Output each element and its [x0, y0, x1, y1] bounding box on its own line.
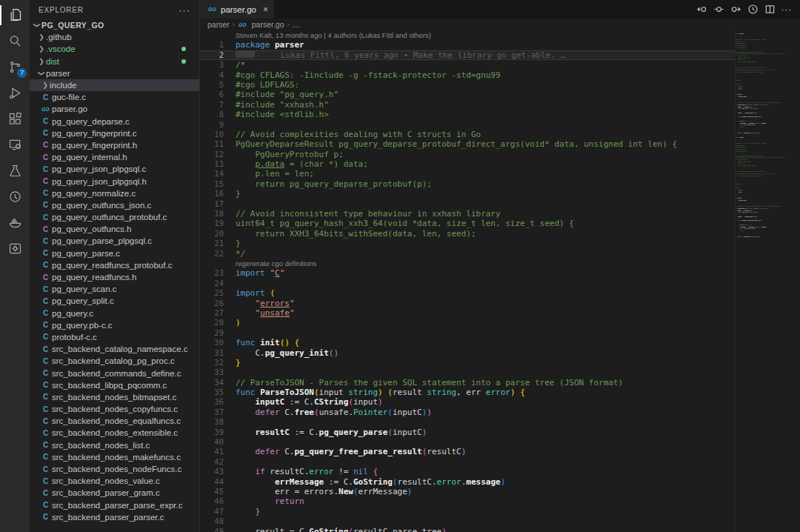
code-line-20: 20 return XXH3_64bits_withSeed(data, len… [200, 229, 735, 239]
line-number: 38 [200, 417, 236, 427]
tree-item-label: parser.go [52, 104, 87, 113]
tree-item-label: dist [46, 57, 59, 66]
tree-file-src_backend_nodes_value.c[interactable]: Csrc_backend_nodes_value.c [30, 475, 199, 487]
tree-file-pg_query_outfuncs.h[interactable]: Cpg_query_outfuncs.h [30, 223, 199, 235]
regenerate-codelens[interactable]: regenerate cgo definitions [200, 259, 735, 268]
source-control-icon[interactable]: 7 [0, 54, 30, 80]
blame-codelens[interactable]: Steven Kalt, 13 months ago | 4 authors (… [200, 30, 735, 40]
tree-file-src_backend_parser_parser.c[interactable]: Csrc_backend_parser_parser.c [30, 511, 199, 523]
tree-item-label: parser [46, 69, 70, 78]
tree-file-src_backend_parser_gram.c[interactable]: Csrc_backend_parser_gram.c [30, 487, 199, 499]
minimap[interactable]: package parser/*#cgo CFLAGS: -Iinclude -… [735, 30, 800, 532]
tree-file-pg_query_normalize.c[interactable]: Cpg_query_normalize.c [30, 187, 199, 199]
gitlens-icon[interactable] [0, 184, 30, 210]
gitlens-prev-change-icon[interactable] [696, 4, 707, 16]
tree-folder-.vscode[interactable]: ❯.vscode [30, 43, 199, 55]
docker-icon[interactable] [0, 210, 30, 236]
breadcrumb-item[interactable]: … [293, 20, 301, 29]
code-line-28: 28) [200, 318, 735, 327]
breadcrumb-item[interactable]: parser [207, 20, 230, 29]
code-area[interactable]: Steven Kalt, 13 months ago | 4 authors (… [200, 30, 735, 532]
tree-folder-.github[interactable]: ❯.github [30, 31, 199, 43]
line-number: 30 [200, 338, 236, 348]
tree-file-pg_query_parse_plpgsql.c[interactable]: Cpg_query_parse_plpgsql.c [30, 235, 199, 247]
tree-folder-include[interactable]: ❯include [30, 79, 199, 91]
split-editor-icon[interactable] [764, 4, 776, 16]
tree-file-pg_query_parse.c[interactable]: Cpg_query_parse.c [30, 247, 199, 259]
search-icon[interactable] [0, 28, 30, 54]
h-file-icon: C [41, 225, 50, 233]
tree-file-src_backend_nodes_makefuncs.c[interactable]: Csrc_backend_nodes_makefuncs.c [30, 451, 199, 463]
tree-item-label: pg_query_readfuncs.h [52, 273, 136, 282]
tree-folder-dist[interactable]: ❯dist [30, 56, 199, 67]
tree-file-pg_query_json_plpgsql.c[interactable]: Cpg_query_json_plpgsql.c [30, 163, 199, 175]
tree-file-src_backend_catalog_namespace.c[interactable]: Csrc_backend_catalog_namespace.c [30, 343, 199, 355]
line-number: 28 [200, 318, 236, 327]
tree-file-src_backend_nodes_copyfuncs.c[interactable]: Csrc_backend_nodes_copyfuncs.c [30, 403, 199, 415]
inline-blame-text: Lukas Fittl, 6 years ago • Make the libr… [281, 50, 565, 60]
tree-file-src_backend_nodes_equalfuncs.c[interactable]: Csrc_backend_nodes_equalfuncs.c [30, 415, 199, 427]
code-editor[interactable]: Steven Kalt, 13 months ago | 4 authors (… [200, 30, 800, 532]
go-file-icon: GO [41, 107, 50, 112]
tree-file-src_backend_nodes_list.c[interactable]: Csrc_backend_nodes_list.c [30, 439, 199, 451]
testing-icon[interactable] [0, 158, 30, 184]
gitlens-changes-icon[interactable] [713, 4, 724, 16]
c-file-icon: C [41, 189, 50, 197]
tree-file-src_backend_nodes_bitmapset.c[interactable]: Csrc_backend_nodes_bitmapset.c [30, 391, 199, 403]
extensions-icon[interactable] [0, 106, 30, 132]
c-file-icon: C [41, 453, 50, 461]
explorer-icon[interactable] [0, 2, 30, 28]
tree-file-protobuf-c.c[interactable]: Cprotobuf-c.c [30, 331, 199, 343]
more-actions-icon[interactable]: ··· [781, 4, 793, 16]
tree-item-label: src_backend_nodes_copyfuncs.c [52, 405, 178, 413]
tree-file-src_backend_catalog_pg_proc.c[interactable]: Csrc_backend_catalog_pg_proc.c [30, 355, 199, 367]
remote-explorer-icon[interactable] [0, 132, 30, 158]
code-line-12: 12 PgQueryProtobuf p; [200, 150, 735, 159]
line-number: 1 [200, 40, 236, 50]
code-line-44: 44 errMessage := C.GoString(resultC.erro… [200, 477, 735, 487]
gitlens-next-change-icon[interactable] [730, 4, 741, 16]
line-number: 3 [200, 60, 236, 70]
tree-folder-parser[interactable]: ❯parser [30, 67, 199, 79]
line-number: 25 [200, 288, 236, 298]
tree-file-pg_query.pb-c.c[interactable]: Cpg_query.pb-c.c [30, 319, 199, 331]
tree-file-pg_query_outfuncs_json.c[interactable]: Cpg_query_outfuncs_json.c [30, 199, 199, 211]
sidebar-more-actions-icon[interactable]: ··· [179, 4, 190, 16]
containers-icon[interactable] [0, 236, 30, 262]
tree-file-pg_query_readfuncs.h[interactable]: Cpg_query_readfuncs.h [30, 271, 199, 283]
tree-file-pg_query_outfuncs_protobuf.c[interactable]: Cpg_query_outfuncs_protobuf.c [30, 211, 199, 223]
tree-file-parser.go[interactable]: GOparser.go [30, 103, 199, 115]
tree-file-src_backend_nodes_extensible.c[interactable]: Csrc_backend_nodes_extensible.c [30, 427, 199, 439]
tab-parser-go[interactable]: GO parser.go × [200, 0, 274, 19]
line-number: 34 [200, 378, 236, 388]
tree-file-pg_query_scan.c[interactable]: Cpg_query_scan.c [30, 283, 199, 295]
tree-file-src_backend_parser_parse_expr.c[interactable]: Csrc_backend_parser_parse_expr.c [30, 499, 199, 511]
tree-file-src_backend_libpq_pqcomm.c[interactable]: Csrc_backend_libpq_pqcomm.c [30, 379, 199, 391]
code-line-39: 39 resultC := C.pg_query_parse(inputC) [200, 428, 735, 437]
tree-file-pg_query.c[interactable]: Cpg_query.c [30, 307, 199, 319]
tree-file-src_backend_commands_define.c[interactable]: Csrc_backend_commands_define.c [30, 367, 199, 379]
c-file-icon: C [41, 465, 50, 473]
h-file-icon: C [41, 177, 50, 185]
close-tab-icon[interactable]: × [263, 4, 268, 15]
line-number: 40 [200, 437, 236, 447]
tree-file-src_backend_nodes_nodeFuncs.c[interactable]: Csrc_backend_nodes_nodeFuncs.c [30, 463, 199, 475]
code-line-24: 24 [200, 279, 735, 288]
tree-file-guc-file.c[interactable]: Cguc-file.c [30, 91, 199, 103]
code-line-49: 49 result = C.GoString(resultC.parse_tre… [200, 527, 735, 532]
tree-file-pg_query_fingerprint.c[interactable]: Cpg_query_fingerprint.c [30, 127, 199, 139]
line-number: 42 [200, 457, 236, 467]
tree-folder-PG_QUERY_GO[interactable]: ❯PG_QUERY_GO [30, 19, 199, 31]
file-history-icon[interactable] [747, 4, 759, 16]
tree-file-pg_query_fingerprint.h[interactable]: Cpg_query_fingerprint.h [30, 139, 199, 151]
run-and-debug-icon[interactable] [0, 80, 30, 106]
c-file-icon: C [41, 405, 50, 413]
chevron-right-icon: ❯ [41, 82, 50, 89]
activity-bar: 7 [0, 0, 30, 532]
tree-file-pg_query_split.c[interactable]: Cpg_query_split.c [30, 295, 199, 307]
tree-file-pg_query_deparse.c[interactable]: Cpg_query_deparse.c [30, 116, 199, 127]
tree-file-pg_query_internal.h[interactable]: Cpg_query_internal.h [30, 151, 199, 163]
tree-file-pg_query_json_plpgsql.h[interactable]: Cpg_query_json_plpgsql.h [30, 175, 199, 187]
tree-file-pg_query_readfuncs_protobuf.c[interactable]: Cpg_query_readfuncs_protobuf.c [30, 259, 199, 271]
breadcrumb-item[interactable]: parser.go [252, 20, 284, 29]
